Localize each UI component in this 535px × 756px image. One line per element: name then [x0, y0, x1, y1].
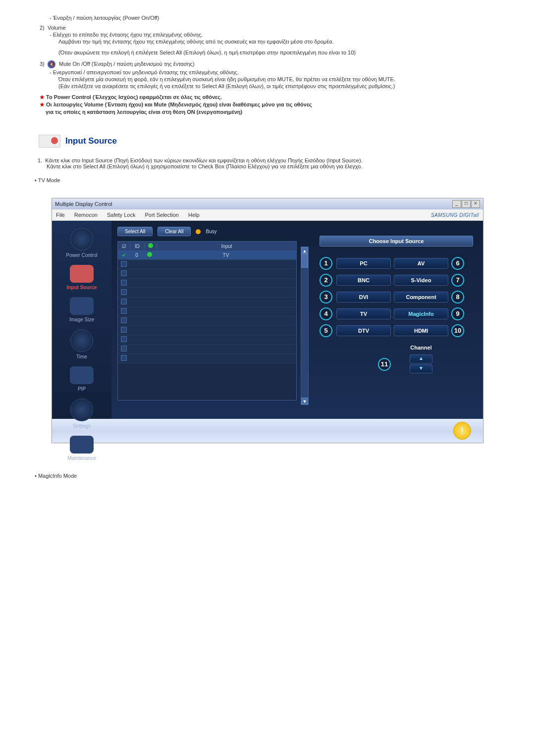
table-row[interactable] — [118, 316, 296, 326]
input-source-header: Input Source — [39, 135, 515, 148]
channel-down-button[interactable]: ▼ — [410, 364, 432, 373]
callout-10: 10 — [451, 324, 464, 337]
sidebar-pip-label: PIP — [52, 386, 111, 392]
callout-1: 1 — [320, 257, 332, 270]
channel-arrows: ▲ ▼ — [394, 354, 448, 374]
source-dtv-button[interactable]: DTV — [336, 325, 391, 336]
sidebar: Power Control Input Source Image Size Ti… — [52, 221, 111, 419]
scroll-up-icon[interactable]: ▲ — [301, 247, 308, 254]
num-3: 3) — [40, 61, 45, 67]
grid-header-id: ID — [130, 244, 145, 249]
sidebar-item-image-size[interactable]: Image Size — [52, 297, 111, 322]
row-checkbox[interactable] — [121, 289, 127, 295]
source-pc-button[interactable]: PC — [336, 258, 391, 269]
row-id: 0 — [130, 252, 144, 258]
sidebar-item-power[interactable]: Power Control — [52, 228, 111, 258]
row-checkbox[interactable] — [121, 280, 127, 286]
source-hdmi-button[interactable]: HDMI — [394, 325, 448, 336]
mute-line2: Όταν επιλέγετε μία συσκευή τη φορά, εάν … — [58, 76, 515, 82]
row-checkbox[interactable] — [121, 261, 127, 267]
callout-5: 5 — [320, 324, 332, 337]
close-button[interactable]: × — [471, 200, 480, 208]
table-row[interactable] — [118, 279, 296, 288]
channel-label: Channel — [394, 345, 448, 351]
row-checkbox[interactable] — [121, 336, 127, 342]
row-checkbox[interactable] — [118, 252, 130, 258]
callout-4: 4 — [320, 307, 332, 320]
row-checkbox[interactable] — [121, 270, 127, 276]
source-magicinfo-button[interactable]: MagicInfo — [394, 308, 448, 319]
status-dot-icon — [148, 243, 153, 248]
callout-2: 2 — [320, 274, 332, 287]
sidebar-item-time[interactable]: Time — [52, 329, 111, 359]
maximize-button[interactable]: □ — [462, 200, 471, 208]
sidebar-item-settings[interactable]: Settings — [52, 399, 111, 429]
table-row[interactable]: 0 TV — [118, 251, 296, 260]
channel-up-button[interactable]: ▲ — [410, 354, 432, 363]
table-row[interactable] — [118, 288, 296, 298]
bottom-bar: ! — [52, 419, 483, 443]
grid-header-status — [145, 243, 157, 249]
paragraph-1: 1. Κάντε κλικ στο Input Source (Πηγή Εισ… — [38, 157, 515, 169]
sidebar-time-label: Time — [52, 354, 111, 359]
table-row[interactable] — [118, 269, 296, 279]
grid-header-check[interactable]: ☑ — [118, 244, 130, 249]
row-checkbox[interactable] — [121, 308, 127, 314]
busy-label: Busy — [206, 229, 216, 234]
input-source-icon — [70, 265, 94, 283]
table-row[interactable] — [118, 298, 296, 307]
sidebar-power-label: Power Control — [52, 252, 111, 258]
table-row[interactable] — [118, 335, 296, 345]
source-header-icon — [39, 135, 60, 148]
callout-3: 3 — [320, 291, 332, 303]
vol-paren: (Όταν ακυρώνετε την επιλογή ή επιλέγετε … — [58, 50, 515, 55]
clear-all-button[interactable]: Clear All — [158, 227, 191, 236]
row-checkbox[interactable] — [121, 346, 127, 352]
menu-port-selection[interactable]: Port Selection — [145, 212, 178, 218]
table-row[interactable] — [118, 260, 296, 269]
power-icon — [70, 228, 93, 251]
choose-input-title: Choose Input Source — [320, 236, 473, 247]
source-av-button[interactable]: AV — [394, 258, 448, 269]
pip-icon — [70, 366, 94, 384]
menu-safety-lock[interactable]: Safety Lock — [107, 212, 135, 218]
source-bnc-button[interactable]: BNC — [336, 275, 391, 286]
row-checkbox[interactable] — [121, 327, 127, 333]
sidebar-item-pip[interactable]: PIP — [52, 366, 111, 392]
source-tv-button[interactable]: TV — [336, 308, 391, 319]
table-row[interactable] — [118, 354, 296, 363]
table-row[interactable] — [118, 345, 296, 354]
para1a: Κάντε κλικ στο Input Source (Πηγή Εισόδο… — [45, 157, 362, 163]
top-toolbar: Select All Clear All Busy — [117, 227, 477, 236]
row-checkbox[interactable] — [121, 355, 127, 361]
sidebar-item-maintenance[interactable]: Maintenance — [52, 436, 111, 461]
select-all-button[interactable]: Select All — [117, 227, 153, 236]
star2a-text: Οι λειτουργίες Volume (Ένταση ήχου) και … — [46, 101, 312, 107]
minimize-button[interactable]: _ — [452, 200, 461, 208]
row-checkbox[interactable] — [121, 299, 127, 304]
sidebar-item-input-source[interactable]: Input Source — [52, 265, 111, 290]
menu-help[interactable]: Help — [188, 212, 200, 218]
source-dvi-button[interactable]: DVI — [336, 292, 391, 302]
source-grid: 1 PC AV 6 2 BNC S-Video 7 3 DVI Componen… — [320, 256, 473, 371]
scroll-thumb[interactable] — [301, 254, 308, 268]
scroll-down-icon[interactable]: ▼ — [301, 398, 308, 404]
menu-file[interactable]: File — [56, 212, 65, 218]
info-icon[interactable]: ! — [453, 422, 471, 440]
num-2: 2) — [40, 25, 45, 31]
menu-remocon[interactable]: Remocon — [74, 212, 98, 218]
source-component-button[interactable]: Component — [394, 292, 448, 302]
row-checkbox[interactable] — [121, 317, 127, 323]
mute-line3: (Εάν επιλέξετε να αναιρέσετε τις επιλογέ… — [58, 83, 515, 89]
table-row[interactable] — [118, 326, 296, 335]
speaker-icon: 🔇 — [48, 60, 55, 68]
status-dot-icon — [147, 252, 152, 257]
volume-section: 2) Volume — [40, 25, 515, 31]
star2b-text: για τις οποίες η κατάσταση λειτουργίας ε… — [46, 109, 515, 115]
vol-line1: - Ελέγχει το επίπεδο της έντασης ήχου τη… — [50, 32, 515, 38]
para1b: Κάντε κλικ στο Select All (Επιλογή όλων)… — [47, 163, 362, 169]
grid-scrollbar[interactable]: ▲ ▼ — [301, 247, 309, 405]
image-size-icon — [70, 297, 94, 315]
table-row[interactable] — [118, 307, 296, 316]
source-svideo-button[interactable]: S-Video — [394, 275, 448, 286]
